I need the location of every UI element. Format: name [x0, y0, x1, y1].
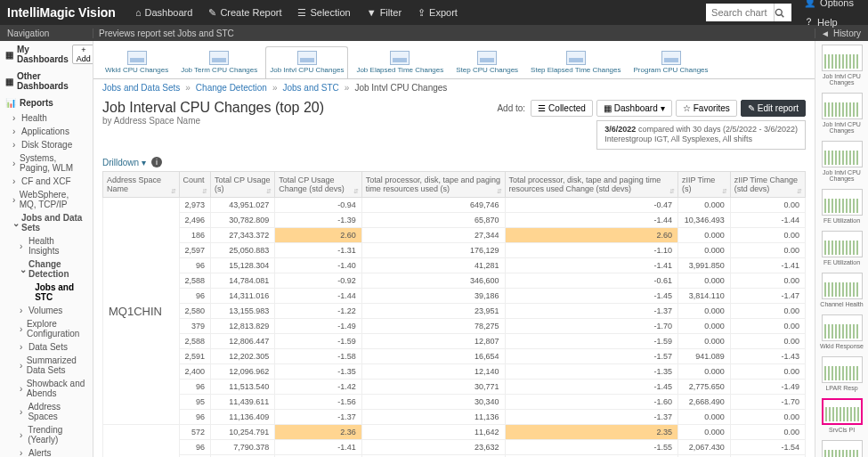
dashboard-button[interactable]: ▦Dashboard▾	[596, 100, 672, 117]
favorites-button[interactable]: ☆Favorites	[676, 100, 737, 117]
chevron-icon: ›	[20, 306, 26, 315]
table-row[interactable]: 9611,513.540-1.4230,771-1.452,775.650-1.…	[103, 379, 806, 395]
table-row[interactable]: TCPTEST57210,254.7912.3611,6422.350.0000…	[103, 425, 806, 440]
table-row[interactable]: 9614,311.016-1.4439,186-1.453,814.110-1.…	[103, 289, 806, 304]
nav-selection[interactable]: ☰Selection	[290, 4, 357, 22]
sidebar-my-dashboards[interactable]: ▦ My Dashboards + Add	[0, 41, 93, 68]
nav-create-report[interactable]: ✎Create Report	[201, 4, 288, 22]
table-row[interactable]: 2,40012,096.962-1.3512,140-1.350.0000.00	[103, 364, 806, 379]
sidebar-item[interactable]: ›Applications	[0, 125, 93, 138]
breadcrumb-item[interactable]: Change Detection	[196, 83, 267, 93]
sort-icon: ⇵	[266, 188, 272, 195]
nav-options[interactable]: 👤Options	[797, 0, 861, 12]
data-cell: 3,814.110	[677, 289, 730, 304]
sort-icon: ⇵	[171, 188, 176, 195]
sidebar-item[interactable]: ›Showback and Abends	[0, 377, 93, 400]
sidebar-item[interactable]: ›CF and XCF	[0, 175, 93, 188]
tab[interactable]: Job Term CPU Changes	[176, 46, 262, 78]
back-icon[interactable]: ◄	[821, 29, 830, 38]
nav-dashboard[interactable]: ⌂Dashboard	[128, 4, 199, 21]
sidebar-item[interactable]: ⌄Jobs and Data Sets	[0, 211, 93, 234]
tab[interactable]: Step CPU Changes	[451, 46, 523, 78]
history-item[interactable]: SrvCls PI	[820, 440, 864, 457]
table-row[interactable]: 2,59112,202.305-1.5816,654-1.57941.089-1…	[103, 349, 806, 364]
sidebar-other-dashboards[interactable]: ▦ Other Dashboards	[0, 68, 93, 94]
sidebar-item[interactable]: ›Systems, Paging, WLM	[0, 151, 93, 175]
history-item[interactable]: Channel Health	[820, 273, 864, 307]
column-header[interactable]: Count⇵	[179, 172, 211, 198]
sidebar-item[interactable]: ›Volumes	[0, 304, 93, 317]
data-cell: 0.000	[677, 364, 730, 379]
table-row[interactable]: 2,59725,050.883-1.31176,129-1.100.0000.0…	[103, 243, 806, 258]
table-row[interactable]: 2,58013,155.983-1.2223,951-1.370.0000.00	[103, 304, 806, 319]
data-cell: -1.42	[275, 379, 362, 395]
sidebar-item[interactable]: ›Data Sets	[0, 340, 93, 354]
search-input[interactable]	[706, 4, 774, 21]
sidebar-item[interactable]: ›Summarized Data Sets	[0, 354, 93, 377]
data-cell: -0.94	[275, 198, 362, 213]
drilldown-link[interactable]: Drilldown ▾	[102, 158, 146, 167]
data-cell: -1.60	[505, 395, 677, 410]
table-row[interactable]: 9511,439.611-1.5630,340-1.602,668.490-1.…	[103, 395, 806, 410]
breadcrumb-item[interactable]: Jobs and STC	[282, 83, 338, 93]
column-header[interactable]: Address Space Name⇵	[103, 172, 180, 198]
sidebar-item[interactable]: ›Health	[0, 111, 93, 125]
sidebar-item[interactable]: Jobs and STC	[0, 281, 93, 304]
sidebar-item[interactable]: ›Explore Configuration	[0, 317, 93, 340]
column-header[interactable]: Total processor, disk, tape and paging t…	[361, 172, 505, 198]
table-row[interactable]: 18627,343.3722.6027,3442.600.0000.00	[103, 228, 806, 243]
table-row[interactable]: 2,58812,806.447-1.5912,807-1.590.0000.00	[103, 334, 806, 349]
table-row[interactable]: MQ1CHIN2,97343,951.027-0.94649,746-0.470…	[103, 198, 806, 213]
history-thumb-icon	[822, 398, 863, 425]
table-row[interactable]: 2,49630,782.809-1.3965,870-1.4410,346.49…	[103, 213, 806, 228]
nav-export[interactable]: ⇪Export	[410, 4, 465, 22]
table-row[interactable]: 9611,136.409-1.3711,136-1.370.0000.00	[103, 410, 806, 425]
table-row[interactable]: 2,58814,784.081-0.92346,600-0.610.0000.0…	[103, 273, 806, 289]
sidebar-item[interactable]: ›Health Insights	[0, 234, 93, 257]
history-thumb-icon	[822, 231, 863, 257]
table-row[interactable]: 967,790.378-1.4123,632-1.552,067.430-1.5…	[103, 440, 806, 455]
column-header[interactable]: Total CP Usage Change (std devs)⇵	[275, 172, 362, 198]
history-item[interactable]: LPAR Resp	[820, 356, 864, 391]
history-item[interactable]: Job Intvl CPU Changes	[820, 93, 864, 134]
data-cell: -1.58	[275, 349, 362, 364]
search-button[interactable]	[774, 4, 791, 21]
data-cell: -1.37	[505, 304, 677, 319]
collected-button[interactable]: ☰Collected	[531, 100, 593, 117]
data-cell: -1.31	[275, 243, 362, 258]
table-row[interactable]: 9615,128.304-1.4041,281-1.413,991.850-1.…	[103, 258, 806, 273]
data-cell: 12,096.962	[211, 364, 275, 379]
history-item[interactable]: Wkld Response	[820, 314, 864, 349]
svg-point-0	[775, 9, 782, 15]
history-item[interactable]: SrvCls PI	[820, 398, 864, 433]
sidebar-item[interactable]: ›Trending (Yearly)	[0, 423, 93, 446]
column-header[interactable]: zIIP Time (s)⇵	[677, 172, 730, 198]
table-row[interactable]: 37912,813.829-1.4978,275-1.700.0000.00	[103, 319, 806, 334]
history-item[interactable]: Job Intvl CPU Changes	[820, 141, 864, 182]
sidebar-item[interactable]: ›WebSphere, MQ, TCP/IP	[0, 188, 93, 211]
nav-filter[interactable]: ▼Filter	[360, 4, 409, 21]
edit-report-button[interactable]: ✎Edit report	[741, 100, 806, 117]
column-header[interactable]: Total CP Usage (s)⇵	[211, 172, 275, 198]
column-header[interactable]: Total processor, disk, tape and paging t…	[505, 172, 677, 198]
sidebar-item[interactable]: ›Alerts	[0, 446, 93, 457]
tab[interactable]: Job Elapsed Time Changes	[352, 46, 448, 78]
data-cell: 27,343.372	[211, 228, 275, 243]
tab[interactable]: Job Intvl CPU Changes	[265, 46, 348, 78]
add-dashboard-button[interactable]: + Add	[72, 45, 93, 64]
column-header[interactable]: zIIP Time Change (std devs)⇵	[730, 172, 805, 198]
sidebar-reports[interactable]: 📊 Reports	[0, 94, 93, 111]
tab[interactable]: Wkld CPU Changes	[101, 46, 173, 78]
history-item[interactable]: FE Utilization	[820, 231, 864, 265]
sidebar-item[interactable]: ⌄Change Detection	[0, 257, 93, 281]
data-cell: 0.00	[730, 228, 805, 243]
history-item[interactable]: Job Intvl CPU Changes	[820, 45, 864, 86]
data-cell: 96	[179, 379, 211, 395]
sidebar-item[interactable]: ›Disk Storage	[0, 138, 93, 151]
info-icon[interactable]: i	[151, 157, 162, 167]
tab[interactable]: Step Elapsed Time Changes	[526, 46, 625, 78]
history-item[interactable]: FE Utilization	[820, 189, 864, 224]
tab[interactable]: Program CPU Changes	[629, 46, 713, 78]
breadcrumb-item[interactable]: Jobs and Data Sets	[102, 83, 180, 93]
sidebar-item[interactable]: ›Address Spaces	[0, 400, 93, 423]
